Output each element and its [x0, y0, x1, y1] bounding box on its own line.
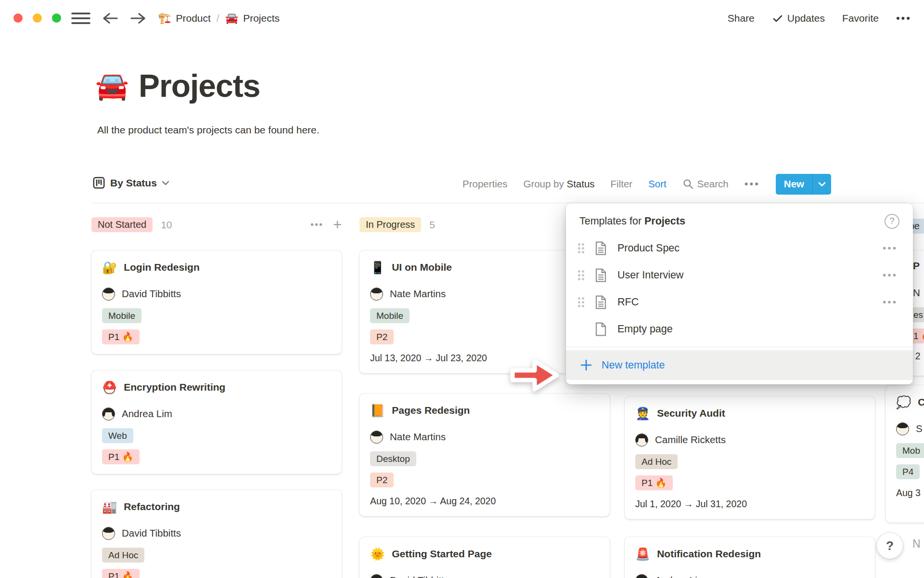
new-template-label: New template: [602, 359, 665, 371]
chevron-down-icon: [162, 181, 169, 185]
drag-handle-icon[interactable]: [578, 270, 585, 281]
siren-emoji: 🚨: [635, 548, 650, 560]
column-new-item-fragment[interactable]: N: [912, 538, 921, 551]
new-dropdown-button[interactable]: [812, 174, 831, 195]
filter-button[interactable]: Filter: [611, 178, 633, 190]
assignee-name: David Tibbitts: [122, 287, 181, 301]
tag-fragment: P4: [896, 464, 920, 479]
template-item-user-interview[interactable]: User Interview •••: [566, 262, 913, 289]
car-emoji: 🚘: [225, 12, 238, 25]
construction-emoji: 🏗️: [158, 12, 171, 25]
zoom-window-button[interactable]: [52, 13, 61, 23]
view-more-icon[interactable]: •••: [744, 178, 760, 190]
favorite-button[interactable]: Favorite: [842, 13, 879, 24]
card-title-text: Getting Started Page: [392, 547, 492, 561]
assignee-name: Nate Martins: [390, 430, 446, 444]
factory-emoji: 🏭: [102, 501, 117, 513]
forward-icon[interactable]: [130, 11, 146, 26]
tag-p1: P1 🔥: [635, 475, 673, 490]
police-officer-emoji: 👮: [635, 407, 650, 420]
template-more-icon[interactable]: •••: [883, 269, 898, 281]
assignee-fragment: S: [916, 422, 923, 435]
more-options-icon[interactable]: •••: [896, 12, 911, 25]
new-button[interactable]: New: [776, 174, 812, 195]
card-fragment-bottom[interactable]: 💭C S Mob P4 Aug 3: [886, 385, 924, 523]
group-by-value: Status: [566, 178, 594, 189]
card-title-text: Encryption Rewriting: [124, 380, 225, 394]
new-template-button[interactable]: New template: [566, 350, 913, 380]
search-button[interactable]: Search: [682, 178, 729, 190]
lock-emoji: 🔐: [102, 262, 117, 274]
popup-divider: [566, 347, 913, 347]
card-title-text: Notification Redesign: [657, 547, 761, 561]
tag-ad-hoc: Ad Hoc: [102, 548, 144, 563]
card-security-audit[interactable]: 👮Security Audit Camille Ricketts Ad Hoc …: [625, 396, 875, 519]
assignee-name: Camille Ricketts: [655, 433, 726, 447]
template-more-icon[interactable]: •••: [883, 242, 898, 254]
help-button[interactable]: ?: [877, 533, 903, 559]
document-icon: [595, 268, 607, 282]
date-range: Jul 13, 2020 → Jul 23, 2020: [370, 352, 599, 364]
card-title-fragment: C: [918, 395, 924, 409]
card-title-text: Refactoring: [124, 499, 180, 514]
date-range: Aug 10, 2020 → Aug 24, 2020: [370, 495, 599, 507]
column-more-icon[interactable]: •••: [310, 219, 323, 230]
assignee-name: Andrea Lim: [655, 574, 706, 578]
empty-page-icon: [595, 322, 607, 336]
properties-button[interactable]: Properties: [462, 178, 507, 190]
card-notification-redesign[interactable]: 🚨Notification Redesign Andrea Lim: [625, 537, 875, 578]
book-emoji: 📙: [370, 405, 385, 417]
breadcrumb-product[interactable]: 🏗️ Product: [158, 12, 211, 25]
template-item-empty-page[interactable]: Empty page: [566, 315, 913, 342]
share-button[interactable]: Share: [728, 13, 755, 24]
template-more-icon[interactable]: •••: [883, 296, 898, 308]
document-icon: [595, 295, 607, 309]
document-icon: [595, 241, 607, 255]
view-selector[interactable]: By Status: [92, 176, 169, 189]
assignee-name: David Tibbitts: [390, 574, 449, 578]
sidebar-menu-icon[interactable]: [71, 12, 90, 25]
card-title-text: Login Redesign: [124, 260, 200, 275]
column-header-not-started: Not Started 10 ••• +: [91, 217, 342, 232]
card-pages-redesign[interactable]: 📙Pages Redesign Nate Martins Desktop P2 …: [359, 394, 610, 516]
avatar: [370, 431, 383, 444]
tag-p2: P2: [370, 473, 394, 487]
assignee-name: Nate Martins: [390, 287, 446, 301]
tag-mobile: Mobile: [370, 308, 410, 323]
group-by-button[interactable]: Group by Status: [523, 178, 594, 190]
updates-button[interactable]: Updates: [772, 13, 825, 24]
breadcrumb-projects[interactable]: 🚘 Projects: [225, 12, 280, 25]
template-item-rfc[interactable]: RFC •••: [566, 289, 913, 315]
column-count: 5: [429, 219, 435, 231]
tag-ad-hoc: Ad Hoc: [635, 454, 678, 469]
avatar: [370, 288, 383, 301]
page-description: All the product team's projects can be f…: [97, 124, 320, 136]
sort-button[interactable]: Sort: [648, 178, 667, 190]
template-item-product-spec[interactable]: Product Spec •••: [566, 235, 913, 262]
avatar: [635, 574, 648, 578]
drag-handle-icon[interactable]: [578, 297, 585, 308]
template-label: RFC: [617, 296, 639, 308]
minimize-window-button[interactable]: [33, 13, 42, 23]
drag-handle-icon[interactable]: [578, 243, 585, 254]
card-login-redesign[interactable]: 🔐Login Redesign David Tibbitts Mobile P1…: [91, 250, 342, 354]
tag-mobile: Mobile: [102, 308, 141, 323]
page-icon-emoji[interactable]: 🚘: [95, 72, 129, 99]
column-add-icon[interactable]: +: [333, 219, 342, 231]
breadcrumb: 🏗️ Product / 🚘 Projects: [158, 12, 280, 25]
status-badge-not-started: Not Started: [91, 217, 153, 232]
avatar: [370, 574, 383, 578]
popup-help-icon[interactable]: ?: [885, 214, 899, 229]
card-encryption-rewriting[interactable]: ⛑️Encryption Rewriting Andrea Lim Web P1…: [91, 370, 342, 474]
date-range: Jul 1, 2020 → Jul 31, 2020: [635, 498, 864, 510]
annotation-arrow-icon: [509, 357, 562, 394]
back-icon[interactable]: [102, 11, 118, 26]
tag-fragment: Mob: [896, 443, 924, 458]
card-getting-started-page[interactable]: 🌞Getting Started Page David Tibbitts: [359, 537, 610, 578]
phone-emoji: 📱: [370, 262, 385, 274]
avatar: [102, 527, 115, 540]
close-window-button[interactable]: [13, 13, 23, 23]
status-badge-in-progress: In Progress: [359, 217, 421, 232]
card-refactoring[interactable]: 🏭Refactoring David Tibbitts Ad Hoc P1 🔥: [91, 490, 342, 578]
template-label: Empty page: [617, 323, 673, 335]
